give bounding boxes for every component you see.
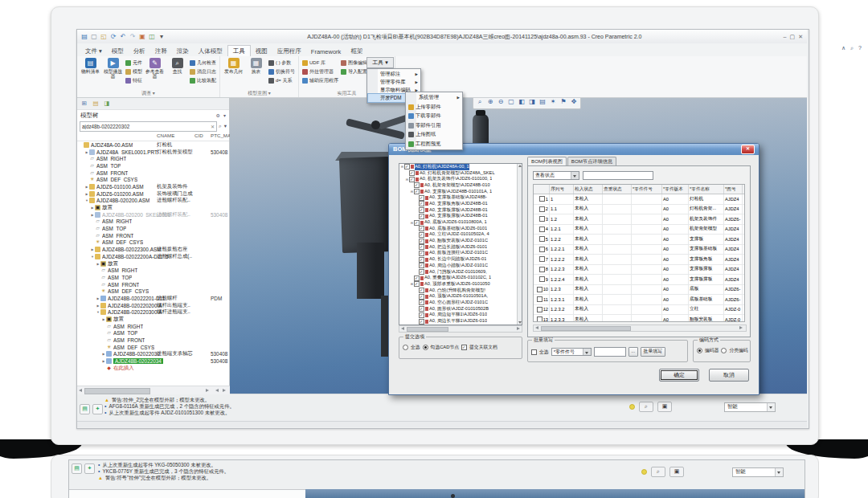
spin-center-icon[interactable]: ✥	[569, 96, 579, 108]
model-tree-item[interactable]: ▶AJDZ48B-02022201-D11进瓶螺杆PDM	[77, 295, 229, 302]
bom-tree-item[interactable]: ⊞A0, 顶部承重板\AJDZ6-0101050	[399, 281, 522, 288]
new-file-icon[interactable]: ▢	[90, 32, 98, 41]
model-tree-item[interactable]: ▼AJDZ48B-02022200A-D11_5进瓶螺杆总成(..	[77, 253, 229, 260]
save-icon[interactable]: ▤	[80, 32, 88, 41]
row-checkbox[interactable]	[537, 307, 542, 312]
model-tree-item[interactable]: ✳ASM_DEF_CSYS	[77, 344, 229, 351]
ribbon-button[interactable]: d= 关系	[268, 76, 295, 84]
ribbon-button[interactable]: ▶模型播放器	[103, 57, 123, 80]
table-row[interactable]: 121.2.3.2未检入A0立柱AJDZ-0	[534, 305, 744, 316]
batch-fill-button[interactable]: 批量填写	[641, 347, 665, 357]
tree-checkbox[interactable]	[419, 288, 424, 293]
search-input[interactable]	[82, 123, 211, 130]
tree-checkbox[interactable]	[419, 319, 424, 325]
search-options-icon[interactable]: ▾	[224, 123, 227, 129]
row-checkbox[interactable]	[539, 276, 545, 282]
tree-checkbox[interactable]	[419, 312, 424, 318]
ribbon-button[interactable]: 消息日志	[190, 67, 216, 76]
model-tree-item[interactable]: ▱ASM_TOP	[77, 225, 229, 232]
table-row[interactable]: 81.2.2.3未检入A0支撑板撑板AJDZ4	[534, 265, 744, 276]
model-tree-item[interactable]: ▶AJDZ48B-02022030进瓶端支承轴芯530408	[77, 351, 229, 358]
bom-tree-item[interactable]: ⊟A0, 机架及装饰件\AJDZ6-010100, 1	[399, 176, 522, 182]
model-tree-item[interactable]: ▶▣放置	[77, 316, 229, 323]
table-row[interactable]: 11未检入A0灯检机AJDZ4	[534, 194, 744, 205]
model-tree-item[interactable]: ▼AJDZ48B-020220300.A螺杆进瓶端支..	[77, 309, 229, 316]
table-row[interactable]: 91.2.2.4未检入A0支撑板撑板AJDZ4	[534, 275, 744, 285]
row-checkbox[interactable]	[539, 236, 545, 242]
zoom-in-icon[interactable]: ⊕	[485, 96, 495, 108]
tree-checkbox[interactable]	[419, 251, 424, 256]
bom-tree-item[interactable]: A0, 翻板安装板\AJDZ-0101C	[399, 238, 522, 244]
model-tree-item[interactable]: ▱ASM_RIGHT	[77, 267, 229, 274]
model-tree-item[interactable]: ◆在此插入	[77, 365, 229, 372]
tree-checkbox[interactable]	[414, 281, 420, 287]
ribbon-button[interactable]: 切换符号	[268, 67, 295, 76]
bom-tree-item[interactable]: A0, 支撑板撑板\AJDZ48B-01	[399, 207, 522, 214]
table-row[interactable]: 41.2.1未检入A0机架骨架模型AJDZ4	[534, 225, 744, 235]
model-tree-item[interactable]: ▱ASM_TOP	[77, 162, 229, 169]
row-checkbox[interactable]	[539, 267, 545, 272]
dialog-close-icon[interactable]: ✕	[741, 145, 755, 154]
ribbon-tab[interactable]: Framework	[306, 47, 346, 56]
model-tree-item[interactable]: ▱ASM_FRONT	[77, 281, 229, 288]
model-tree-item[interactable]: ▱ASM_FRONT	[77, 337, 229, 344]
scroll-right-icon[interactable]	[517, 327, 520, 330]
ribbon-group-label[interactable]: 模型意图 ▾	[223, 90, 295, 97]
bom-tree-item[interactable]: A0, 重叠垂板\AJDZ6-010102C, 1	[399, 275, 522, 281]
bom-tree-vscrollbar[interactable]	[517, 164, 522, 325]
search-box[interactable]: ✕	[80, 121, 217, 132]
scroll-left-icon[interactable]	[535, 326, 538, 329]
menu-item[interactable]: 系统管理▶	[407, 93, 461, 103]
clipboard-icon[interactable]: ▣	[657, 402, 672, 412]
chevron-down-icon[interactable]	[767, 403, 775, 411]
chevron-down-icon[interactable]	[775, 468, 783, 476]
bom-tree-item[interactable]: A0, 空心圆形柱\AJDZ-0101C	[399, 300, 522, 306]
ribbon-button[interactable]: 辅助应用程序	[302, 76, 338, 84]
ribbon-button[interactable]: 元件	[125, 59, 142, 67]
tree-column-header[interactable]: PTC_MAT	[211, 133, 230, 138]
model-tree-item[interactable]: ▱ASM_RIGHT	[77, 218, 229, 226]
performance-icon[interactable]: ✦	[92, 404, 103, 414]
ribbon-button[interactable]: ▦发布几何	[223, 57, 244, 74]
refit-icon[interactable]: ⌕	[475, 96, 485, 108]
table-row[interactable]: 21.1未检入A0灯检机骨架...AJDZ4	[534, 205, 744, 215]
table-row[interactable]: 61.2.2.1未检入A0支撑板基础板AJDZ4	[534, 245, 744, 255]
bom-tree-item[interactable]: A0, 长边中间踏板\AJDZ6-01	[399, 256, 522, 263]
minimize-button[interactable]: –	[784, 32, 787, 41]
filter-input[interactable]	[583, 171, 653, 180]
model-tree-item[interactable]: ▱ASM_RIGHT	[77, 155, 229, 162]
table-row[interactable]: 71.2.2.2未检入A0支撑板角板AJDZ4	[534, 255, 744, 265]
tree-checkbox[interactable]	[419, 263, 424, 268]
table-row[interactable]: 131.2.3.3未检入A0翻板安装板AJDZ-0	[534, 315, 744, 322]
tree-display-icon[interactable]: ◨	[103, 100, 111, 108]
message-log-icon[interactable]: ▤	[80, 404, 90, 414]
table-row[interactable]: 101.2.3未检入A0底板AJDZ6-	[534, 285, 744, 296]
model-tree-item[interactable]: ▶▣放置	[77, 204, 229, 211]
tree-checkbox[interactable]	[419, 207, 424, 213]
ribbon-tab[interactable]: 分析	[129, 46, 150, 56]
model-tree-item[interactable]: ▱ASM_FRONT	[77, 232, 229, 239]
bom-tree-item[interactable]: A0, 前板连接柱\AJDZ-0101C	[399, 251, 522, 257]
bom-tree-item[interactable]: ⊟A0, 灯检机\AJDZ48A-00, 1	[399, 164, 522, 170]
select-all-checkbox[interactable]	[531, 349, 537, 355]
model-tree-item[interactable]: ▶AJDZ48B-020200_SKEL0001进瓶螺杆装配..530408	[77, 211, 229, 218]
undo-icon[interactable]: ↶	[119, 32, 127, 41]
table-row[interactable]: 31.2未检入A0机架及装饰件AJDZ6-	[534, 214, 744, 225]
row-checkbox[interactable]	[537, 296, 542, 302]
tree-filter-icon[interactable]: ▤	[92, 100, 100, 108]
table-column-header[interactable]	[534, 185, 550, 194]
command-search-icon[interactable]: ⌕	[850, 45, 854, 51]
bom-table-hscrollbar[interactable]	[533, 325, 747, 332]
model-tree-item[interactable]: ▱ASM_FRONT	[77, 169, 229, 177]
scroll-thumb[interactable]	[84, 388, 150, 394]
shading-icon[interactable]: ◧	[517, 96, 526, 108]
table-column-header[interactable]: *零件件号	[632, 185, 662, 194]
view-status-select[interactable]: 查看状态	[533, 171, 579, 180]
selection-filter-select[interactable]: 智能	[732, 467, 784, 477]
tree-checkbox[interactable]	[419, 232, 424, 238]
bom-tree-item[interactable]: A0, 立柱\AJDZ-01010502A, 4	[399, 232, 522, 239]
model-tree-item[interactable]: ▶AJDZ48B-02022300.ASM进瓶拨瓶右座	[77, 246, 229, 253]
saved-views-icon[interactable]: ▤	[538, 96, 547, 108]
menu-item[interactable]: 零部件引用	[407, 121, 461, 131]
search-model-icon[interactable]: ⌕	[639, 402, 653, 412]
